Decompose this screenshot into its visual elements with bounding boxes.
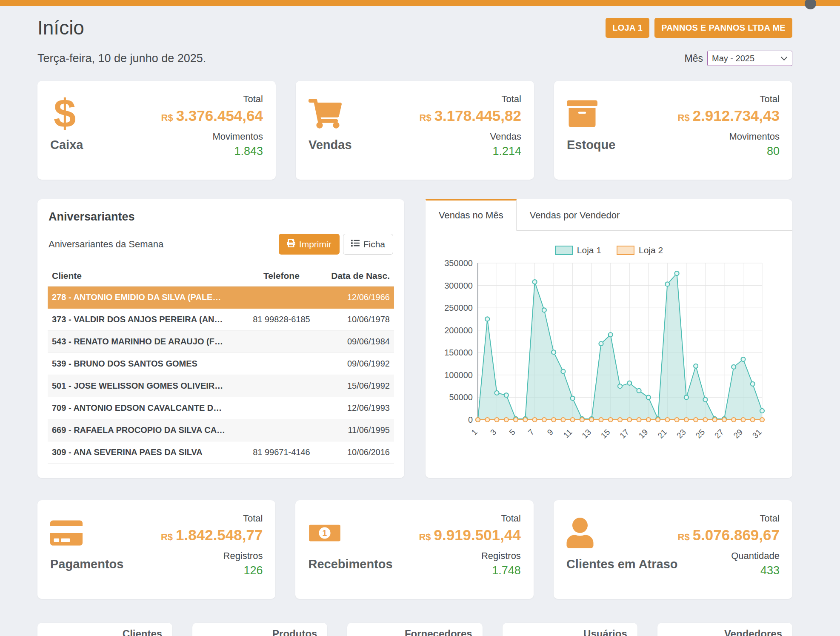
ficha-button[interactable]: Ficha [343,234,393,255]
total-amount: R$3.178.445,82 [420,107,522,124]
svg-text:17: 17 [618,427,631,440]
svg-text:50000: 50000 [449,392,473,402]
summary-label: Vendedores [724,628,782,636]
summary-label: Fornecedores [405,628,472,636]
summary-card-produtos: Produtos [192,623,327,636]
loja1-swatch [555,246,573,255]
aniversariantes-panel: Aniversariantes Aniversariantes da Seman… [37,199,404,478]
chart-tabs: Vendas no Mês Vendas por Vendedor [426,199,792,231]
card-estoque: Estoque Total R$2.912.734,43 Movimentos … [554,81,792,180]
dollar-icon: $ [50,94,83,134]
count-label: Vendas [420,131,522,142]
table-row[interactable]: 669 - RAFAELA PROCOPIO DA SILVA CA… 11/0… [48,419,394,441]
stats-row-bottom: Pagamentos Total R$1.842.548,77 Registro… [37,500,792,599]
card-label: Recebimentos [308,557,392,571]
money-bill-icon: 1 [308,513,392,553]
summary-card-clientes: Clientes [37,623,172,636]
svg-text:7: 7 [526,427,536,437]
tab-vendas-por-vendedor[interactable]: Vendas por Vendedor [517,199,633,231]
count-value: 1.843 [161,145,263,158]
sales-chart: 0500001000001500002000002500003000003500… [439,256,779,456]
table-row[interactable]: 278 - ANTONIO EMIDIO DA SILVA (PALE… 12/… [48,286,394,309]
count-label: Movimentos [678,131,780,142]
count-value: 1.214 [420,145,522,158]
svg-text:13: 13 [580,427,593,440]
bottom-summary-row: Clientes Produtos Fornecedores Usuários … [37,623,792,636]
archive-box-icon [567,94,615,134]
table-row[interactable]: 309 - ANA SEVERINA PAES DA SILVA 81 9967… [48,441,394,464]
card-label: Estoque [567,138,615,152]
summary-card-usuarios: Usuários [503,623,637,636]
company-badge[interactable]: PANNOS E PANNOS LTDA ME [654,18,792,38]
svg-text:1: 1 [323,528,327,538]
panel-subtitle: Aniversariantes da Semana [49,239,163,250]
svg-text:15: 15 [599,427,612,440]
chart-body: Loja 1 Loja 2 05000010000015000020000025… [426,231,792,464]
card-label: Clientes em Atraso [566,557,678,571]
table-row[interactable]: 539 - BRUNO DOS SANTOS GOMES 09/06/1992 [48,353,394,375]
svg-text:1: 1 [469,427,479,437]
svg-text:5: 5 [508,427,517,437]
svg-text:100000: 100000 [444,370,473,380]
card-pagamentos: Pagamentos Total R$1.842.548,77 Registro… [37,500,275,599]
summary-label: Clientes [123,628,162,636]
cart-icon [309,94,352,134]
total-label: Total [161,513,263,524]
table-header-row: Cliente Telefone Data de Nasc. [48,266,394,286]
table-row[interactable]: 501 - JOSE WELISSON GOMES OLIVEIR… 15/06… [48,375,394,397]
table-row[interactable]: 543 - RENATO MARINHO DE ARAUJO (F… 09/06… [48,331,394,353]
print-button[interactable]: Imprimir [279,234,340,255]
month-select[interactable]: May - 2025 [707,51,792,66]
printer-icon [287,239,295,249]
count-label: Registros [161,550,263,562]
svg-text:0: 0 [468,415,473,424]
card-clientes-em-atraso: Clientes em Atraso Total R$5.076.869,67 … [554,500,792,599]
top-accent-bar [0,0,840,6]
total-label: Total [678,513,780,524]
total-amount: R$9.919.501,44 [419,527,521,544]
month-select-wrap: May - 2025 [707,51,792,66]
card-vendas: Vendas Total R$3.178.445,82 Vendas 1.214 [296,81,534,180]
count-value: 433 [678,564,780,577]
col-cliente: Cliente [48,266,238,286]
count-value: 80 [678,145,780,158]
svg-text:3: 3 [489,427,498,437]
total-label: Total [161,94,263,105]
svg-text:25: 25 [694,427,706,440]
col-nascimento: Data de Nasc. [325,266,394,286]
store-badge[interactable]: LOJA 1 [606,18,649,38]
count-label: Registros [419,550,521,562]
svg-text:23: 23 [675,427,688,440]
total-label: Total [419,513,521,524]
svg-text:250000: 250000 [444,303,473,312]
svg-text:27: 27 [713,427,726,440]
col-telefone: Telefone [238,266,325,286]
total-amount: R$5.076.869,67 [678,527,780,544]
count-label: Quantidade [678,550,780,562]
current-date: Terça-feira, 10 de junho de 2025. [37,52,206,65]
summary-label: Produtos [272,628,317,636]
user-icon [566,513,678,553]
svg-text:21: 21 [656,427,669,440]
dashboard-page: Início LOJA 1 PANNOS E PANNOS LTDA ME Te… [0,6,840,636]
list-icon [351,239,360,249]
card-label: Pagamentos [50,557,123,571]
summary-label: Usuários [583,628,627,636]
aniversariantes-table: Cliente Telefone Data de Nasc. 278 - ANT… [48,266,394,464]
aniversariantes-table-wrap: Cliente Telefone Data de Nasc. 278 - ANT… [37,255,404,464]
page-title: Início [37,16,84,39]
total-amount: R$3.376.454,64 [161,107,263,124]
stats-row-top: $ Caixa Total R$3.376.454,64 Movimentos … [37,81,792,180]
tab-vendas-no-mes[interactable]: Vendas no Mês [426,199,517,231]
svg-text:29: 29 [731,427,744,440]
total-amount: R$1.842.548,77 [161,527,263,544]
page-header: Início LOJA 1 PANNOS E PANNOS LTDA ME [37,15,792,40]
total-amount: R$2.912.734,43 [678,107,780,124]
table-row[interactable]: 373 - VALDIR DOS ANJOS PEREIRA (AN… 81 9… [48,309,394,331]
table-row[interactable]: 709 - ANTONIO EDSON CAVALCANTE D… 12/06/… [48,397,394,419]
summary-card-vendedores: Vendedores [657,623,792,636]
count-value: 1.748 [419,564,521,577]
svg-text:31: 31 [751,427,763,440]
card-label: Vendas [309,138,352,152]
total-label: Total [678,94,780,105]
